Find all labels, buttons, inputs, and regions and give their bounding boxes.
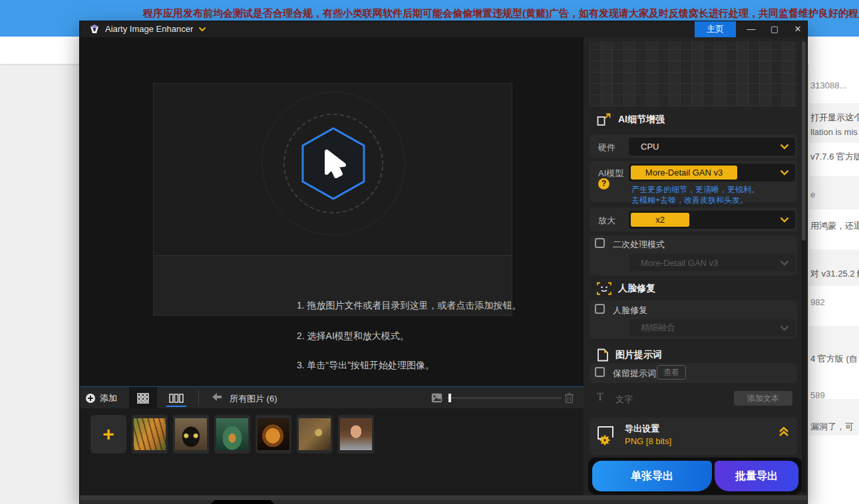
thumbnail-image: [175, 418, 207, 450]
text-icon: T: [597, 391, 603, 403]
thumbnail-butterfly[interactable]: [173, 415, 209, 453]
close-button[interactable]: ✕: [788, 21, 808, 37]
collapse-chevrons-icon[interactable]: [778, 426, 790, 438]
titlebar: Aiarty Image Enhancer 主页 — ▢ ✕: [80, 21, 807, 37]
thumbnail-image: [258, 418, 289, 450]
preview-checkerboard: [590, 41, 797, 106]
prompt-section-header: 图片提示词: [597, 348, 662, 362]
browser-fragment: 589: [810, 390, 825, 400]
thumbnail-image: [134, 418, 166, 450]
browser-fragment: 313088...: [810, 80, 846, 90]
window-bottom-strip: [80, 500, 807, 504]
browser-fragment: v7.7.6 官方版: [810, 151, 859, 163]
chevron-down-icon: [780, 325, 789, 331]
grid-view-icon: [137, 393, 149, 404]
title-menu-chevron-down-icon[interactable]: [198, 27, 206, 32]
home-button[interactable]: 主页: [695, 21, 736, 37]
add-button-label: 添加: [100, 392, 117, 404]
hardware-dropdown[interactable]: CPU: [629, 138, 795, 156]
thumbnail-steampunk-dog[interactable]: [297, 415, 333, 453]
thumbnail-image: [340, 418, 372, 450]
model-description-line1: 产生更多的细节，更清晰，更锐利。: [631, 184, 759, 195]
app-window: Aiarty Image Enhancer 主页 — ▢ ✕ 1. 拖放图片文件…: [80, 21, 807, 504]
browser-fragment: llation is mis: [810, 127, 858, 137]
help-icon[interactable]: ?: [598, 178, 609, 189]
chevron-down-icon: [780, 170, 789, 176]
back-arrow-icon[interactable]: [212, 392, 222, 402]
panel-scrollbar-thumb[interactable]: [802, 41, 806, 241]
maximize-button[interactable]: ▢: [765, 21, 784, 37]
thumbnail-size-slider-handle[interactable]: [448, 394, 451, 402]
add-cursor-hexagon-icon[interactable]: [299, 125, 368, 202]
instruction-step-1: 1. 拖放图片文件或者目录到这里，或者点击添加按钮。: [297, 300, 522, 312]
browser-fragment: 982: [810, 297, 825, 307]
image-dropzone[interactable]: 1. 拖放图片文件或者目录到这里，或者点击添加按钮。 2. 选择AI模型和放大模…: [153, 83, 512, 316]
browser-row-band: [809, 176, 859, 209]
export-format-value: PNG [8 bits]: [625, 436, 671, 446]
face-checkbox-label: 人脸修复: [613, 305, 647, 316]
thumbnail-image: [216, 418, 248, 450]
export-settings-title: 导出设置: [625, 423, 659, 435]
list-view-active-underline: [166, 406, 186, 407]
second-pass-value: More-Detail GAN v3: [629, 258, 718, 268]
export-settings-box[interactable]: [590, 418, 797, 455]
model-dropdown[interactable]: More-Detail GAN v3: [629, 164, 795, 182]
export-batch-button[interactable]: 批量导出: [715, 461, 798, 491]
panel-scrollbar[interactable]: [802, 41, 806, 493]
keep-prompt-label: 保留提示词: [613, 368, 656, 380]
all-images-filter-label: 所有图片 (6): [230, 393, 277, 405]
thumbnail-size-icon: [431, 393, 442, 403]
hardware-label: 硬件: [598, 142, 615, 154]
keep-prompt-checkbox[interactable]: [595, 367, 605, 377]
browser-fragment: 打开显示这个: [810, 112, 859, 124]
export-buttons-container: 单张导出 批量导出: [588, 457, 802, 495]
list-view-icon: [169, 394, 184, 403]
scale-dropdown[interactable]: x2: [629, 211, 795, 229]
settings-panel: AI细节增强 硬件 CPU AI模型 More-Detail GAN v3 ? …: [584, 37, 807, 495]
main-workspace: 1. 拖放图片文件或者目录到这里，或者点击添加按钮。 2. 选择AI模型和放大模…: [80, 37, 584, 495]
chevron-down-icon: [780, 260, 789, 266]
thumbnail-portrait-girl[interactable]: [338, 415, 374, 453]
add-images-button[interactable]: 添加: [85, 390, 122, 406]
notice-banner-text: 程序应用发布前均会测试是否合理合规，有些小类联网软件后期可能会偷偷增置违规型(黄…: [143, 7, 859, 20]
chevron-down-icon: [780, 144, 789, 150]
thumbnail-gallery: +: [80, 408, 584, 504]
chevron-down-icon: [780, 217, 789, 223]
app-logo-icon: [88, 23, 100, 35]
second-pass-label: 二次处理模式: [613, 239, 665, 251]
gallery-toolbar: 添加: [80, 386, 584, 408]
browser-fragment: 对 v31.25.2 解: [810, 268, 859, 280]
browser-content-strip: 313088... 打开显示这个 llation is mis v7.7.6 官…: [809, 37, 859, 504]
face-checkbox[interactable]: [595, 304, 605, 314]
browser-fragment: 用鸿蒙，还退: [810, 220, 859, 232]
enhance-section-header: AI细节增强: [597, 113, 665, 126]
scale-value: x2: [631, 213, 689, 227]
trash-icon[interactable]: [564, 392, 574, 404]
view-prompt-button: 查看: [657, 365, 686, 380]
thumbnail-terrarium[interactable]: [214, 415, 250, 453]
enhance-section-title: AI细节增强: [618, 114, 665, 126]
thumbnail-size-slider[interactable]: [447, 397, 562, 399]
face-scan-icon: [597, 282, 611, 295]
grid-view-button[interactable]: [129, 387, 157, 409]
face-section-header: 人脸修复: [597, 282, 655, 295]
instruction-step-3: 3. 单击“导出”按钮开始处理图像。: [297, 360, 434, 372]
text-row-label: 文字: [615, 394, 633, 406]
thumbnail-burger[interactable]: [256, 415, 291, 453]
minimize-button[interactable]: —: [741, 21, 761, 37]
add-text-button: 添加文本: [734, 391, 792, 406]
instruction-step-2: 2. 选择AI模型和放大模式。: [297, 330, 409, 342]
thumbnail-image: [299, 418, 331, 450]
export-settings-icon: [596, 424, 618, 447]
model-value: More-Detail GAN v3: [631, 166, 737, 180]
taskbar-notch: [211, 500, 274, 504]
export-single-button[interactable]: 单张导出: [592, 461, 712, 491]
prompt-section-title: 图片提示词: [615, 349, 662, 361]
plus-circle-icon: [85, 393, 96, 404]
app-title: Aiarty Image Enhancer: [105, 24, 193, 34]
add-image-tile[interactable]: +: [90, 415, 126, 453]
second-pass-checkbox[interactable]: [595, 238, 605, 248]
browser-fragment: e: [810, 189, 815, 199]
thumbnail-tiger[interactable]: [132, 415, 168, 453]
face-section-title: 人脸修复: [618, 283, 655, 295]
